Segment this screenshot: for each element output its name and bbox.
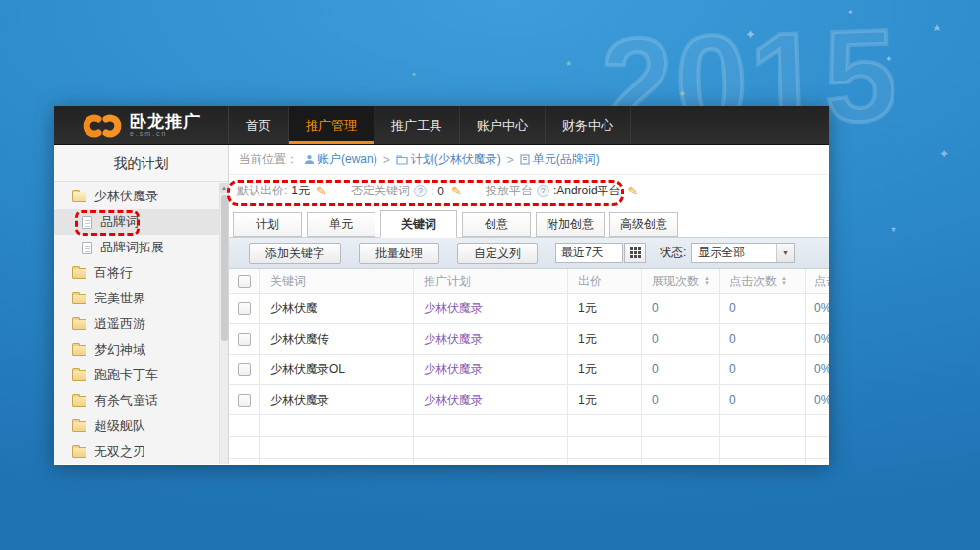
- logo-title: 卧龙推广: [130, 114, 201, 130]
- calendar-button[interactable]: [624, 243, 646, 263]
- tab-advanced-creative[interactable]: 高级创意: [609, 212, 678, 237]
- default-bid-value: 1元: [291, 183, 310, 199]
- sidebar-plan-item[interactable]: 超级舰队: [54, 413, 228, 439]
- edit-pencil-icon[interactable]: ✎: [451, 184, 462, 198]
- sidebar-plan-item[interactable]: 有杀气童话: [54, 388, 228, 413]
- row-checkbox[interactable]: [238, 363, 251, 376]
- content-tabs: 计划 单元 关键词 创意 附加创意 高级创意: [229, 207, 829, 237]
- folder-open-icon: [72, 192, 86, 202]
- sidebar-plan-item[interactable]: 无双之刃: [54, 439, 228, 465]
- folder-icon: [72, 447, 86, 458]
- logo-subtitle: e.sm.cn: [130, 130, 201, 137]
- default-bid-setting: 默认出价: 1元 ✎: [237, 183, 327, 199]
- sidebar-plan-item[interactable]: 跑跑卡丁车: [54, 362, 228, 388]
- negative-keywords-colon: :: [431, 185, 433, 198]
- nav-item-account-center[interactable]: 账户中心: [460, 106, 546, 144]
- plan-link[interactable]: 少林伏魔录: [424, 392, 483, 409]
- date-range-input[interactable]: 最近7天: [555, 243, 623, 263]
- plan-link[interactable]: 少林伏魔录: [424, 361, 483, 378]
- batch-process-button[interactable]: 批量处理: [359, 243, 439, 264]
- sidebar-scrollbar[interactable]: ▲: [219, 183, 228, 464]
- help-icon[interactable]: ?: [414, 185, 427, 197]
- tab-extra-creative[interactable]: 附加创意: [536, 212, 605, 237]
- sort-icon[interactable]: ▲▼: [704, 276, 710, 286]
- clicks-cell: 0: [720, 294, 806, 323]
- folder-icon: [72, 345, 86, 356]
- star-icon: ★: [565, 59, 572, 68]
- sidebar-unit-item[interactable]: 品牌词拓展: [54, 235, 228, 260]
- negative-keywords-label: 否定关键词: [351, 183, 410, 199]
- sort-icon[interactable]: ▲▼: [781, 276, 787, 286]
- breadcrumb-prefix: 当前位置：: [239, 151, 298, 168]
- default-bid-label: 默认出价:: [237, 183, 287, 199]
- nav-item-promotion-tools[interactable]: 推广工具: [375, 106, 460, 144]
- bid-cell: 1元: [568, 385, 642, 414]
- nav-item-promotion-management[interactable]: 推广管理: [289, 106, 375, 144]
- customize-columns-button[interactable]: 自定义列: [457, 243, 538, 264]
- scroll-up-arrow-icon[interactable]: ▲: [220, 183, 228, 193]
- negative-keywords-value: 0: [437, 185, 444, 198]
- table-row: 少林伏魔录 少林伏魔录 1元 0 0 0%: [229, 385, 829, 415]
- column-header-ctr[interactable]: 点击率: [806, 269, 829, 293]
- breadcrumb-link-unit[interactable]: 单元(品牌词): [520, 151, 600, 168]
- sidebar-plan-item[interactable]: 逍遥西游: [54, 311, 228, 337]
- status-select[interactable]: 显示全部 ▼: [691, 243, 795, 263]
- breadcrumb: 当前位置： 账户(ewan) > 计划(少林伏魔录) >: [229, 145, 829, 175]
- column-header-keyword[interactable]: 关键词: [260, 269, 414, 293]
- column-header-clicks[interactable]: 点击次数 ▲▼: [720, 269, 806, 293]
- tab-unit[interactable]: 单元: [307, 212, 375, 237]
- plan-link[interactable]: 少林伏魔录: [424, 331, 483, 348]
- nav-item-home[interactable]: 首页: [229, 106, 289, 144]
- row-checkbox[interactable]: [238, 302, 251, 315]
- edit-pencil-icon[interactable]: ✎: [317, 184, 327, 198]
- breadcrumb-link-account[interactable]: 账户(ewan): [304, 151, 377, 168]
- document-icon: [520, 154, 530, 165]
- user-icon: [304, 154, 315, 165]
- table-empty-row: [229, 437, 829, 459]
- nav-item-finance-center[interactable]: 财务中心: [546, 106, 631, 144]
- help-icon[interactable]: ?: [537, 185, 549, 197]
- star-icon: ★: [932, 22, 942, 34]
- impressions-cell: 0: [642, 294, 720, 323]
- star-icon: ✦: [411, 71, 417, 79]
- breadcrumb-link-plan[interactable]: 计划(少林伏魔录): [396, 151, 501, 168]
- select-all-checkbox[interactable]: [238, 275, 251, 288]
- column-header-plan[interactable]: 推广计划: [414, 269, 568, 293]
- ctr-cell: 0%: [806, 355, 829, 384]
- table-empty-row: [229, 459, 829, 464]
- table-row: 少林伏魔录OL 少林伏魔录 1元 0 0 0%: [229, 355, 829, 385]
- scrollbar-thumb[interactable]: [221, 195, 228, 341]
- sidebar-title: 我的计划: [54, 145, 228, 182]
- folder-icon: [72, 396, 86, 407]
- star-icon: ✦: [678, 88, 686, 99]
- row-checkbox[interactable]: [238, 333, 251, 346]
- folder-icon: [72, 370, 86, 381]
- sidebar-plan-item[interactable]: 梦幻神域: [54, 337, 228, 362]
- chevron-down-icon[interactable]: ▼: [776, 244, 794, 262]
- edit-pencil-icon[interactable]: ✎: [628, 184, 639, 198]
- table-toolbar: 添加关键字 批量处理 自定义列 最近7天 状态: 显示全部: [229, 237, 829, 269]
- logo[interactable]: 卧龙推广 e.sm.cn: [54, 106, 229, 144]
- column-header-impressions[interactable]: 展现次数 ▲▼: [642, 269, 720, 293]
- tab-creative[interactable]: 创意: [462, 212, 531, 237]
- brand-logo-icon: [82, 113, 123, 138]
- folder-icon: [72, 421, 86, 432]
- status-select-value: 显示全部: [698, 245, 745, 261]
- plan-link[interactable]: 少林伏魔录: [424, 301, 483, 317]
- sidebar-plan-item[interactable]: 完美世界: [54, 286, 228, 311]
- folder-icon: [72, 319, 86, 330]
- negative-keywords-setting: 否定关键词 ? : 0 ✎: [351, 183, 462, 199]
- table-header-row: 关键词 推广计划 出价 展现次数 ▲▼ 点击次数 ▲▼ 点击率: [229, 269, 829, 294]
- sidebar-unit-item-selected[interactable]: 品牌词: [54, 209, 228, 235]
- tab-plan[interactable]: 计划: [233, 212, 302, 237]
- column-header-bid[interactable]: 出价: [568, 269, 642, 293]
- tab-keyword[interactable]: 关键词: [380, 210, 457, 238]
- clicks-cell: 0: [720, 385, 806, 414]
- impressions-cell: 0: [642, 355, 720, 384]
- unit-settings-row: 默认出价: 1元 ✎ 否定关键词 ? : 0 ✎ 投放平台 ? :Android…: [229, 175, 829, 207]
- add-keyword-button[interactable]: 添加关键字: [249, 243, 341, 264]
- sidebar-plan-item[interactable]: 百将行: [54, 260, 228, 286]
- sidebar-plan-item[interactable]: 少林伏魔录: [54, 184, 228, 209]
- row-checkbox[interactable]: [238, 394, 251, 407]
- impressions-cell: 0: [642, 324, 720, 354]
